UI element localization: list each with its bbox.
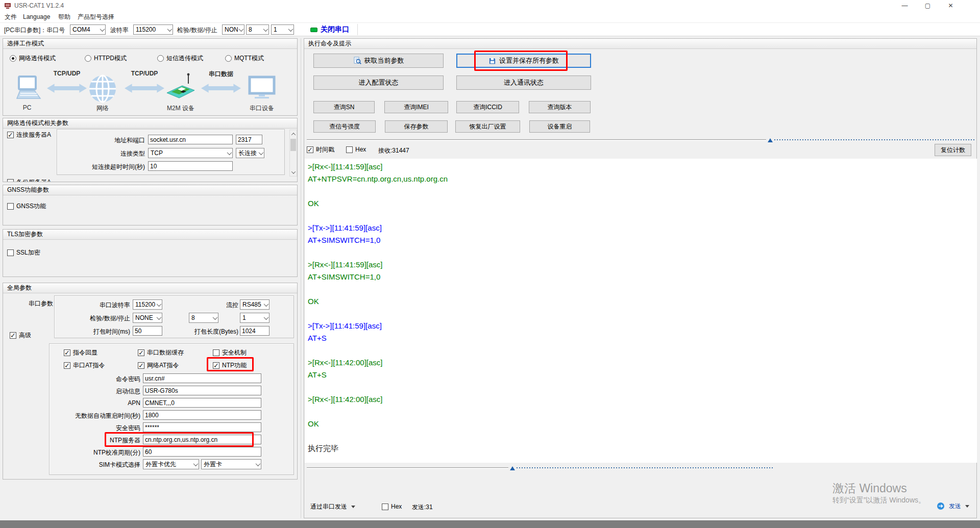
conn-type-select[interactable]: TCP [148,148,233,158]
query-iccid-button[interactable]: 查询ICCID [456,101,519,113]
checkbox-net-at[interactable]: 网络AT指令 [138,361,179,369]
node-m2m-label: M2M 设备 [156,104,205,113]
send-via-serial-dropdown[interactable]: 通过串口发送 [307,501,358,512]
checkbox-icon [213,362,219,369]
radio-mqtt[interactable]: MQTT模式 [225,54,264,62]
ntp-period-label: NTP校准周期(分) [50,448,140,457]
checkbox-hex-send[interactable]: Hex [382,502,402,511]
checkbox-server-backup[interactable]: 备份服务器A [7,178,51,182]
checkbox-icon [7,179,14,183]
keepalive-select[interactable]: 长连接 [236,148,264,158]
trackbar-thumb[interactable] [768,138,773,142]
boot-message-input[interactable] [143,386,261,395]
checkbox-server-a[interactable]: 连接服务器A [7,131,51,139]
checkbox-icon [213,349,219,356]
chevron-down-icon [157,315,162,320]
baud-select[interactable]: 115200 [133,24,173,35]
close-port-button[interactable]: 关闭串口 [321,25,349,34]
params-scrollbar[interactable] [289,130,297,177]
scroll-up-icon[interactable] [290,130,297,138]
checkbox-icon [307,146,313,153]
pc-serial-label: [PC串口参数]：串口号 [4,26,65,35]
arrow-bidirectional [201,83,241,94]
query-signal-button[interactable]: 查信号强度 [313,120,376,133]
parity-label: 检验/数据/停止 [177,26,217,35]
log-trackbar-bottom[interactable] [307,465,774,471]
databits-select[interactable]: 8 [246,24,269,35]
server-address-input[interactable] [148,135,233,144]
g-stopbits-select[interactable]: 1 [240,313,270,323]
maximize-button[interactable]: ▢ [916,0,939,11]
checkbox-icon [346,146,353,153]
checkbox-advanced[interactable]: 高级 [10,331,31,339]
query-imei-button[interactable]: 查询IMEI [384,101,448,113]
apn-input[interactable] [143,398,261,408]
checkbox-serial-cache[interactable]: 串口数据缓存 [138,348,184,357]
query-version-button[interactable]: 查询版本 [529,101,591,113]
checkbox-ntp[interactable]: NTP功能 [213,361,247,369]
sim-card-select[interactable]: 外置卡 [201,459,261,469]
radio-httpd[interactable]: HTTPD模式 [85,54,127,62]
baud-label: 波特率 [110,26,129,35]
scroll-down-icon[interactable] [290,168,297,176]
trackbar-thumb[interactable] [510,466,515,470]
log-line: AT+NTPSVR=cn.ntp.org.cn,us.ntp.org.cn [308,173,977,185]
pack-len-input[interactable] [240,326,270,336]
enter-comm-button[interactable]: 进入通讯状态 [456,76,591,90]
scrollbar-thumb[interactable] [290,139,296,151]
save-params-button[interactable]: 保存参数 [385,120,448,133]
com-port-select[interactable]: COM4 [70,24,106,35]
device-restart-button[interactable]: 设备重启 [529,120,590,133]
search-doc-icon [353,57,361,65]
log-line [308,246,977,259]
checkbox-serial-at[interactable]: 串口AT指令 [64,361,105,369]
minimize-button[interactable]: — [893,0,916,11]
menu-file[interactable]: 文件 [5,11,17,23]
radio-net-passthrough[interactable]: 网络透传模式 [10,54,56,62]
stopbits-select[interactable]: 1 [271,24,294,35]
set-save-all-button[interactable]: 设置并保存所有参数 [456,54,591,68]
g-baud-select[interactable]: 115200 [133,299,162,310]
menu-product-model[interactable]: 产品型号选择 [78,11,114,23]
ntp-server-input[interactable] [143,435,261,444]
section-title: GNSS功能参数 [3,185,297,195]
log-trackbar-top[interactable] [307,137,975,143]
send-button[interactable]: 发送 [934,500,972,512]
reset-count-button[interactable]: 复位计数 [935,144,971,156]
title-bar: USR-CAT1 V1.2.4 — ▢ ✕ [0,0,980,11]
security-password-input[interactable] [143,422,261,432]
checkbox-ssl[interactable]: SSL加密 [7,248,40,257]
checkbox-security[interactable]: 安全机制 [213,348,247,357]
auto-restart-input[interactable] [143,410,261,420]
serial-device-monitor-icon [248,76,276,100]
log-output[interactable]: >[Rx<-][11:41:59][asc] AT+NTPSVR=cn.ntp.… [305,159,977,463]
get-params-button[interactable]: 获取当前参数 [313,54,444,68]
g-parity-select[interactable]: NONE [133,313,162,323]
checkbox-echo[interactable]: 指令回显 [64,348,97,357]
short-conn-timeout-input[interactable] [148,161,233,171]
pack-time-input[interactable] [133,326,162,336]
cmd-password-input[interactable] [143,373,261,383]
chevron-down-icon [351,506,355,508]
parity-select[interactable]: NONI [222,24,244,35]
g-databits-select[interactable]: 8 [189,313,218,323]
enter-config-button[interactable]: 进入配置状态 [313,76,444,90]
checkbox-hex-recv[interactable]: Hex [346,145,366,154]
query-sn-button[interactable]: 查询SN [313,101,375,113]
close-button[interactable]: ✕ [939,0,962,11]
ntp-period-input[interactable] [143,447,261,457]
menu-language[interactable]: Language [23,11,50,23]
factory-reset-button[interactable]: 恢复出厂设置 [455,120,520,133]
radio-sms-passthrough[interactable]: 短信透传模式 [157,54,203,62]
sim-mode-select[interactable]: 外置卡优先 [143,459,199,469]
server-port-input[interactable] [236,135,262,144]
menu-help[interactable]: 帮助 [58,11,70,23]
checkbox-gnss[interactable]: GNSS功能 [7,202,46,210]
checkbox-timestamp[interactable]: 时间戳 [307,145,334,154]
section-global: 全局参数 串口参数 串口波特率 115200 流控 RS485 检验/数据/停止… [3,283,298,480]
serial-toolbar: [PC串口参数]：串口号 COM4 波特率 115200 检验/数据/停止 NO… [0,23,980,36]
radio-icon [225,55,232,62]
flow-select[interactable]: RS485 [240,299,270,310]
log-line: AT+S [308,369,977,381]
main-area: 选择工作模式 网络透传模式 HTTPD模式 短信透传模式 MQTT模式 TCP/… [0,36,980,520]
